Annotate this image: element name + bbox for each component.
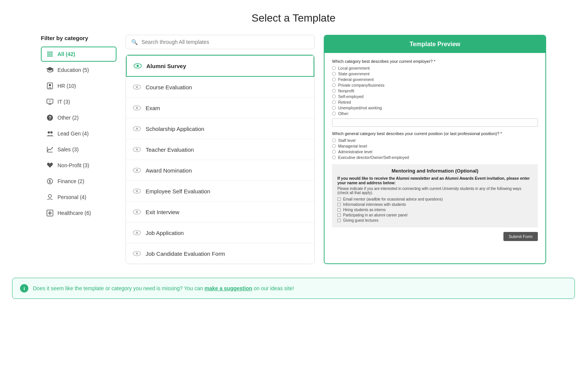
eye-inactive-icon — [133, 187, 141, 195]
template-item-scholarship[interactable]: Scholarship Application — [126, 118, 314, 139]
eye-inactive-icon — [133, 249, 141, 258]
svg-point-2 — [51, 51, 53, 53]
template-item-alumni-survey[interactable]: Alumni Survey — [126, 55, 314, 77]
preview-content: Which category best describes your curre… — [325, 53, 545, 263]
template-item-exam[interactable]: Exam — [126, 98, 314, 118]
preview-section: Mentoring and Information (Optional) If … — [332, 164, 538, 227]
svg-point-5 — [51, 53, 53, 55]
page-title: Select a Template — [0, 0, 587, 35]
radio-option: Managerial level — [332, 144, 538, 148]
checkbox-option: Participating in an alumni career panel — [337, 213, 533, 217]
svg-text:?: ? — [49, 115, 51, 121]
template-label: Employee Self Evaluation — [146, 188, 210, 194]
sidebar-item-healthcare[interactable]: Healthcare (6) — [41, 205, 116, 221]
banner-text-before: Does it seem like the template or catego… — [33, 285, 205, 291]
svg-point-34 — [136, 107, 138, 109]
radio-option: Executive director/Owner/Self-employed — [332, 155, 538, 160]
sidebar-item-nonprofit[interactable]: Non-Profit (3) — [41, 158, 116, 173]
svg-point-46 — [136, 232, 138, 234]
radio-option: Private company/business — [332, 83, 538, 87]
center-panel: 🔍 Alumni Survey — [126, 35, 315, 264]
preview-submit: Submit Form — [332, 232, 538, 241]
eye-inactive-icon — [133, 83, 141, 91]
graduation-icon — [46, 66, 54, 74]
radio-option: Retired — [332, 100, 538, 104]
checkbox-option: Informational interviews with students — [337, 202, 533, 207]
template-item-award-nomination[interactable]: Award Nomination — [126, 160, 314, 181]
template-label: Teacher Evaluation — [146, 146, 194, 153]
banner-link[interactable]: make a suggestion — [205, 285, 252, 291]
template-item-job-application[interactable]: Job Application — [126, 222, 314, 243]
sidebar-label-healthcare: Healthcare (6) — [57, 210, 91, 216]
search-icon: 🔍 — [131, 39, 138, 45]
template-label: Scholarship Application — [146, 126, 204, 132]
template-label: Award Nomination — [146, 167, 192, 174]
svg-point-16 — [50, 101, 51, 102]
medical-icon — [46, 209, 54, 217]
section-title: Mentoring and Information (Optional) — [337, 168, 533, 174]
sidebar-heading: Filter by category — [41, 35, 116, 41]
sidebar-item-other[interactable]: ? Other (2) — [41, 110, 116, 125]
svg-point-42 — [136, 190, 138, 192]
sidebar-item-all[interactable]: All (42) — [41, 47, 116, 62]
svg-point-8 — [51, 55, 53, 57]
svg-point-44 — [136, 211, 138, 213]
person-badge-icon — [46, 82, 54, 90]
svg-marker-9 — [46, 67, 54, 71]
svg-point-6 — [47, 55, 49, 57]
template-label: Job Candidate Evaluation Form — [146, 250, 225, 257]
question-label-2: Which general category best describes yo… — [332, 131, 538, 136]
sidebar-item-it[interactable]: IT (3) — [41, 94, 116, 109]
search-input[interactable] — [141, 39, 309, 45]
sidebar-item-finance[interactable]: $ Finance (2) — [41, 174, 116, 189]
svg-point-32 — [136, 86, 138, 88]
svg-point-0 — [47, 51, 49, 53]
radio-option: Self-employed — [332, 94, 538, 99]
sidebar-item-education[interactable]: Education (5) — [41, 62, 116, 78]
sidebar-item-personal[interactable]: Personal (4) — [41, 190, 116, 205]
svg-point-48 — [136, 252, 138, 255]
eye-inactive-icon — [133, 208, 141, 216]
svg-text:$: $ — [49, 179, 51, 184]
svg-point-7 — [49, 55, 51, 57]
svg-point-3 — [47, 53, 49, 55]
template-item-job-candidate-eval[interactable]: Job Candidate Evaluation Form — [126, 243, 314, 264]
banner-text: Does it seem like the template or catego… — [33, 285, 294, 291]
template-label: Course Evaluation — [146, 84, 192, 90]
eye-inactive-icon — [133, 145, 141, 154]
sidebar-item-leadgen[interactable]: Lead Gen (4) — [41, 126, 116, 141]
sidebar-label-it: IT (3) — [57, 99, 70, 105]
preview-header: Template Preview — [325, 36, 545, 53]
preview-question-2: Which general category best describes yo… — [332, 131, 538, 160]
eye-inactive-icon — [133, 124, 141, 133]
svg-point-12 — [49, 84, 51, 86]
template-item-employee-self-eval[interactable]: Employee Self Evaluation — [126, 181, 314, 202]
radio-option: Local government — [332, 66, 538, 70]
preview-panel: Template Preview Which category best des… — [324, 35, 546, 264]
sidebar-item-hr[interactable]: HR (10) — [41, 78, 116, 93]
template-item-teacher-evaluation[interactable]: Teacher Evaluation — [126, 139, 314, 160]
grid-icon — [46, 50, 54, 58]
piggy-icon: $ — [46, 177, 54, 185]
search-box: 🔍 — [126, 35, 315, 49]
sidebar-label-hr: HR (10) — [57, 83, 76, 89]
template-item-course-evaluation[interactable]: Course Evaluation — [126, 77, 314, 98]
monitor-icon — [46, 98, 54, 106]
svg-point-38 — [136, 148, 138, 151]
radio-option: Federal government — [332, 77, 538, 82]
svg-point-25 — [48, 194, 51, 198]
svg-point-19 — [48, 131, 50, 134]
eye-inactive-icon — [133, 104, 141, 112]
other-text-input[interactable] — [332, 118, 538, 127]
template-label: Job Application — [146, 230, 184, 236]
template-item-exit-interview[interactable]: Exit Interview — [126, 202, 314, 222]
radio-option: Staff level — [332, 138, 538, 143]
template-label: Exam — [146, 105, 160, 111]
section-text: Please indicate if you are interested in… — [337, 187, 533, 195]
bottom-banner: i Does it seem like the template or cate… — [12, 278, 575, 299]
sidebar-label-finance: Finance (2) — [57, 178, 84, 184]
heart-icon — [46, 162, 54, 169]
section-sub: If you would like to receive the Alumni … — [337, 176, 533, 185]
submit-button[interactable]: Submit Form — [503, 232, 538, 241]
sidebar-item-sales[interactable]: Sales (3) — [41, 142, 116, 157]
